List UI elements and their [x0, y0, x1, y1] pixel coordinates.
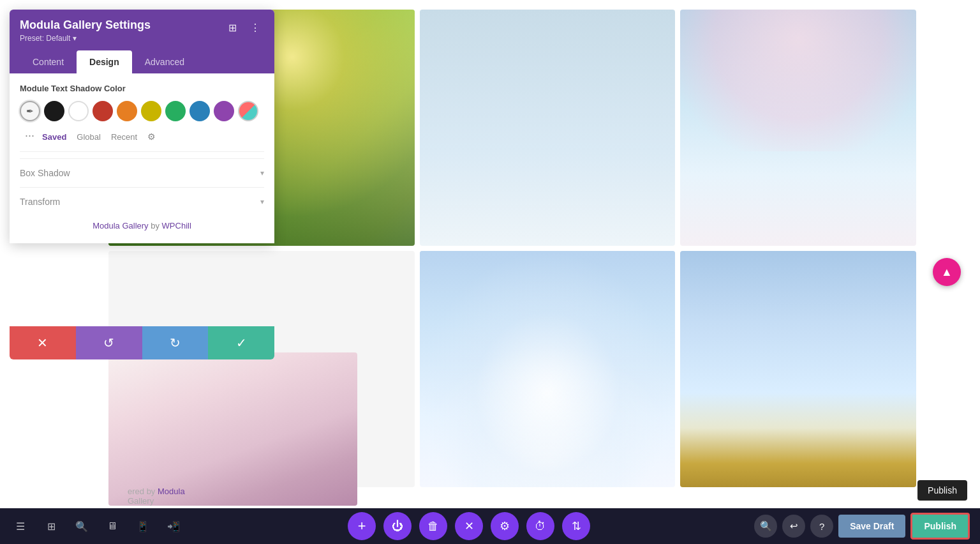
- color-swatch-blue[interactable]: [189, 101, 210, 121]
- wpchill-link[interactable]: WPChill: [162, 221, 191, 230]
- divider-1: [20, 151, 264, 152]
- panel-tabs: Content Design Advanced: [10, 50, 274, 73]
- accordion-box-shadow-chevron: ▾: [260, 169, 264, 178]
- accordion-transform-chevron: ▾: [260, 197, 264, 206]
- gallery-image-white-flowers[interactable]: [420, 251, 675, 487]
- panel-more-icon[interactable]: ⋮: [246, 19, 264, 36]
- toolbar-search-icon[interactable]: 🔍: [71, 516, 92, 536]
- toolbar-tablet-icon[interactable]: 📱: [133, 516, 153, 536]
- toolbar-right: 🔍 ↩ ? Save Draft Publish: [754, 513, 970, 540]
- scroll-to-top-button[interactable]: ▲: [933, 258, 961, 286]
- color-section-label: Module Text Shadow Color: [20, 84, 264, 93]
- color-swatch-eyedropper[interactable]: ✒: [20, 101, 40, 121]
- toolbar-help-icon[interactable]: ?: [810, 515, 833, 538]
- publish-button[interactable]: Publish: [910, 513, 970, 540]
- panel-preset: Preset: Default ▾: [20, 34, 151, 43]
- confirm-button[interactable]: ✓: [208, 326, 274, 359]
- modula-gallery-link[interactable]: Modula Gallery: [93, 221, 148, 230]
- toolbar-menu-icon[interactable]: ☰: [10, 516, 31, 536]
- power-button[interactable]: ⏻: [383, 512, 412, 540]
- accordion-box-shadow-title: Box Shadow: [20, 168, 70, 178]
- undo-button[interactable]: ↺: [76, 326, 142, 359]
- more-colors-button[interactable]: ···: [20, 126, 40, 145]
- color-swatches-row: ✒: [20, 101, 264, 121]
- panel-title-group: Modula Gallery Settings Preset: Default …: [20, 19, 151, 43]
- panel-focus-icon[interactable]: ⊞: [223, 19, 241, 36]
- add-button[interactable]: +: [348, 512, 376, 540]
- tab-advanced[interactable]: Advanced: [132, 50, 197, 73]
- panel-body: Module Text Shadow Color ✒ ··· Saved Glo…: [10, 73, 274, 243]
- toolbar-left: ☰ ⊞ 🔍 🖥 📱 📲: [10, 516, 184, 536]
- settings-button[interactable]: ⚙: [491, 512, 519, 540]
- toolbar-grid-icon[interactable]: ⊞: [41, 516, 61, 536]
- tab-content[interactable]: Content: [20, 50, 77, 73]
- color-swatch-gradient[interactable]: [238, 101, 258, 121]
- history-button[interactable]: ⏱: [526, 512, 554, 540]
- color-swatch-red[interactable]: [93, 101, 113, 121]
- gallery-image-pink-cherry[interactable]: [108, 352, 357, 506]
- action-buttons-row: ✕ ↺ ↻ ✓: [10, 326, 274, 359]
- tab-design[interactable]: Design: [77, 50, 132, 73]
- accordion-transform-header[interactable]: Transform ▾: [20, 197, 264, 207]
- toolbar-zoom-icon[interactable]: 🔍: [754, 515, 777, 538]
- settings-panel: Modula Gallery Settings Preset: Default …: [10, 10, 274, 243]
- toolbar-center: + ⏻ 🗑 ✕ ⚙ ⏱ ⇅: [184, 512, 754, 540]
- gallery-image-sky-flowers[interactable]: [680, 251, 916, 487]
- panel-footer-link: Modula Gallery by WPChill: [20, 216, 264, 233]
- color-tab-saved[interactable]: Saved: [42, 132, 66, 142]
- accordion-transform: Transform ▾: [20, 187, 264, 216]
- save-draft-button[interactable]: Save Draft: [838, 515, 905, 538]
- color-swatch-black[interactable]: [44, 101, 64, 121]
- bottom-toolbar: ☰ ⊞ 🔍 🖥 📱 📲 + ⏻ 🗑 ✕ ⚙ ⏱ ⇅ 🔍 ↩ ? Save Dra…: [0, 508, 980, 544]
- panel-header: Modula Gallery Settings Preset: Default …: [10, 10, 274, 50]
- gallery-image-cherry-top[interactable]: [680, 10, 916, 246]
- color-tabs-row: Saved Global Recent ⚙: [40, 132, 156, 142]
- accordion-box-shadow: Box Shadow ▾: [20, 158, 264, 187]
- gallery-image-placeholder: [420, 10, 675, 246]
- redo-button[interactable]: ↻: [142, 326, 209, 359]
- color-tab-global[interactable]: Global: [77, 132, 101, 142]
- color-swatch-yellow[interactable]: [141, 101, 161, 121]
- accordion-box-shadow-header[interactable]: Box Shadow ▾: [20, 168, 264, 178]
- cancel-button[interactable]: ✕: [10, 326, 76, 359]
- publish-tooltip: Publish: [917, 480, 967, 501]
- layout-button[interactable]: ⇅: [562, 512, 590, 540]
- eyedropper-icon: ✒: [26, 106, 34, 116]
- panel-header-icons: ⊞ ⋮: [223, 19, 264, 36]
- toolbar-desktop-icon[interactable]: 🖥: [102, 516, 122, 536]
- close-button[interactable]: ✕: [455, 512, 483, 540]
- delete-button[interactable]: 🗑: [419, 512, 447, 540]
- color-tabs-area: ··· Saved Global Recent ⚙: [20, 126, 264, 145]
- color-swatch-purple[interactable]: [214, 101, 234, 121]
- toolbar-undo-icon[interactable]: ↩: [782, 515, 805, 538]
- color-settings-icon[interactable]: ⚙: [147, 132, 156, 142]
- color-swatch-green[interactable]: [165, 101, 186, 121]
- color-swatch-white[interactable]: [68, 101, 89, 121]
- modula-watermark: ered by Modula GalleryGallery: [128, 487, 185, 506]
- panel-title: Modula Gallery Settings: [20, 19, 151, 33]
- color-swatch-orange[interactable]: [117, 101, 137, 121]
- color-tab-recent[interactable]: Recent: [111, 132, 137, 142]
- accordion-transform-title: Transform: [20, 197, 60, 207]
- modula-link[interactable]: Modula: [158, 487, 185, 496]
- toolbar-mobile-icon[interactable]: 📲: [163, 516, 184, 536]
